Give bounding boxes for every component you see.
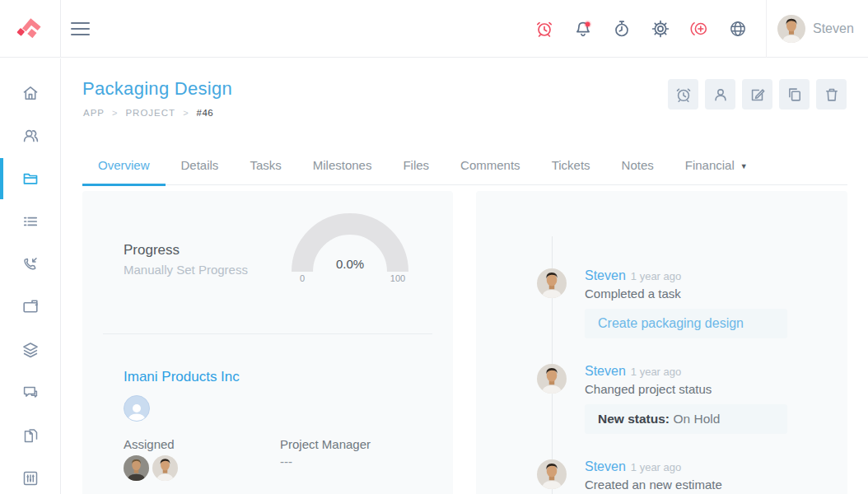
tab-overview[interactable]: Overview [82,147,166,184]
divider [103,333,432,334]
brand-logo[interactable] [0,0,61,58]
clients-icon [21,126,40,146]
tab-label: Tickets [552,158,590,172]
timer-icon [674,86,693,104]
activity-user-link[interactable]: Steven [585,459,626,473]
timer-button[interactable] [668,79,698,110]
documents-icon [21,426,40,445]
breadcrumb-app[interactable]: APP [83,108,105,118]
gauge-value: 0.0% [336,257,364,271]
tab-bar: Overview Details Tasks Milestones Files … [82,147,847,185]
activity-item: Steven1 year ago Completed a task Create… [476,268,847,338]
client-link[interactable]: Imani Products Inc [124,369,240,385]
user-avatar [777,15,805,43]
brand-logo-icon [16,14,45,44]
person-icon [126,401,147,421]
globe-icon[interactable] [728,19,748,39]
notifications-bell-icon[interactable] [573,19,593,39]
tab-comments[interactable]: Comments [445,147,536,184]
incoming-call-icon [21,254,40,274]
activity-time: 1 year ago [631,270,681,282]
assigned-label: Assigned [124,437,175,451]
sidebar-item-layers[interactable] [0,329,60,371]
layers-icon [21,340,40,360]
activity-avatar[interactable] [537,268,567,298]
activity-user-link[interactable]: Steven [585,364,626,378]
wallet-icon [21,297,40,317]
status-label: New status: [598,412,670,426]
sidebar-item-payments[interactable] [0,286,60,329]
activity-heading: Steven1 year ago [585,364,787,379]
tab-details[interactable]: Details [166,147,235,184]
progress-subtitle: Manually Set Progress [124,263,248,277]
settings-gear-icon[interactable] [651,19,670,39]
gauge-min-label: 0 [300,273,305,283]
tab-files[interactable]: Files [387,147,445,184]
page-action-bar [668,79,847,110]
tab-milestones[interactable]: Milestones [297,147,388,184]
tab-financial[interactable]: Financial▼ [670,147,763,184]
activity-detail-link[interactable]: Create packaging design [585,309,787,338]
caret-down-icon: ▼ [740,162,748,170]
tab-label: Financial [685,158,735,172]
duplicate-button[interactable] [779,79,810,110]
sidebar-item-messages[interactable] [0,371,60,414]
duplicate-icon [786,86,804,104]
alarm-icon[interactable] [534,19,554,39]
tab-label: Milestones [313,158,372,172]
progress-gauge: 0.0% 0 100 [284,206,416,283]
quick-add-icon[interactable] [689,19,709,39]
progress-header: Progress Manually Set Progress [124,242,248,277]
activity-avatar[interactable] [537,364,567,394]
activity-item: Steven1 year ago Created an new estimate [476,459,847,494]
activity-time: 1 year ago [631,461,681,473]
status-value: On Hold [673,412,720,426]
activity-action: Completed a task [585,287,787,301]
header-icon-bar [534,0,748,58]
tab-label: Files [403,158,429,172]
project-manager-label: Project Manager [280,437,371,451]
breadcrumb-section[interactable]: PROJECT [125,108,175,118]
progress-card: Progress Manually Set Progress 0.0% 0 10… [82,191,453,494]
sidebar-item-tasks[interactable] [0,200,60,243]
activity-avatar[interactable] [537,459,567,489]
list-icon [21,212,40,231]
tab-label: Notes [622,158,654,172]
tab-tasks[interactable]: Tasks [234,147,296,184]
client-avatar-placeholder[interactable] [124,395,150,422]
tab-label: Comments [460,158,520,172]
sidebar-item-projects[interactable] [0,157,60,200]
hamburger-menu[interactable] [71,19,96,39]
tab-tickets[interactable]: Tickets [536,147,606,184]
tab-notes[interactable]: Notes [606,147,670,184]
sidebar-item-home[interactable] [0,72,60,114]
activity-detail-box: New status: On Hold [585,404,787,434]
stopwatch-icon[interactable] [612,19,632,39]
activity-card: Steven1 year ago Completed a task Create… [476,191,847,494]
delete-button[interactable] [816,79,847,110]
project-manager-value: --- [280,454,292,468]
sidebar-nav [0,58,61,494]
assigned-avatar-1[interactable] [124,455,149,481]
assign-user-icon [712,86,730,104]
assigned-avatar-2[interactable] [152,455,178,481]
breadcrumb-separator: > [112,108,118,118]
sidebar-item-calls[interactable] [0,243,60,286]
breadcrumb: APP > PROJECT > #46 [83,108,213,118]
chat-icon [21,383,40,403]
edit-icon [749,86,767,104]
tab-label: Details [181,158,219,172]
activity-action: Changed project status [585,382,787,396]
main-content: Packaging Design APP > PROJECT > #46 [62,58,868,494]
sliders-icon [21,468,40,488]
activity-user-link[interactable]: Steven [585,268,626,282]
projects-folder-icon [21,169,40,189]
sidebar-item-documents[interactable] [0,414,60,457]
user-menu[interactable]: Steven [766,0,868,58]
sidebar-item-clients[interactable] [0,114,60,157]
activity-item: Steven1 year ago Changed project status … [476,364,847,434]
assign-user-button[interactable] [705,79,735,110]
sidebar-item-settings-panel[interactable] [0,457,60,494]
edit-button[interactable] [742,79,772,110]
breadcrumb-separator: > [183,108,189,118]
